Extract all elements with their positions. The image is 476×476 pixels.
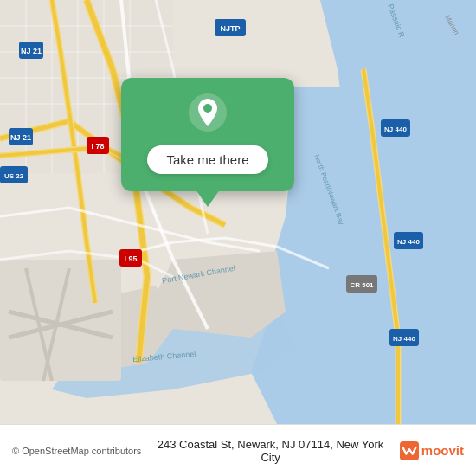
svg-text:NJTP: NJTP	[220, 24, 240, 33]
map-view: NJ 21 NJ 21 I 78 US 22 I 95 NJTP NJ 440 …	[0, 0, 476, 424]
svg-text:US 22: US 22	[4, 172, 24, 180]
svg-text:NJ 440: NJ 440	[397, 238, 420, 246]
osm-attribution: © OpenStreetMap contributors	[12, 446, 141, 456]
bottom-bar: © OpenStreetMap contributors 243 Coastal…	[0, 424, 476, 476]
address-label: 243 Coastal St, Newark, NJ 07114, New Yo…	[148, 438, 392, 464]
take-me-there-button[interactable]: Take me there	[147, 145, 267, 174]
svg-text:NJ 21: NJ 21	[21, 47, 42, 55]
map-svg: NJ 21 NJ 21 I 78 US 22 I 95 NJTP NJ 440 …	[0, 0, 476, 424]
svg-text:NJ 440: NJ 440	[393, 335, 415, 343]
popup-tail	[196, 190, 220, 207]
moovit-logo: moovit	[400, 441, 464, 460]
moovit-text: moovit	[421, 443, 464, 458]
svg-text:NJ 21: NJ 21	[10, 133, 31, 142]
svg-point-44	[203, 104, 212, 113]
svg-text:CR 501: CR 501	[350, 281, 374, 289]
svg-text:I 95: I 95	[124, 254, 137, 263]
location-pin-icon	[187, 92, 228, 133]
svg-text:I 78: I 78	[91, 142, 104, 151]
location-popup: Take me there	[121, 78, 294, 191]
svg-rect-3	[0, 260, 121, 381]
svg-text:NJ 440: NJ 440	[384, 125, 407, 133]
moovit-logo-icon	[400, 441, 419, 460]
